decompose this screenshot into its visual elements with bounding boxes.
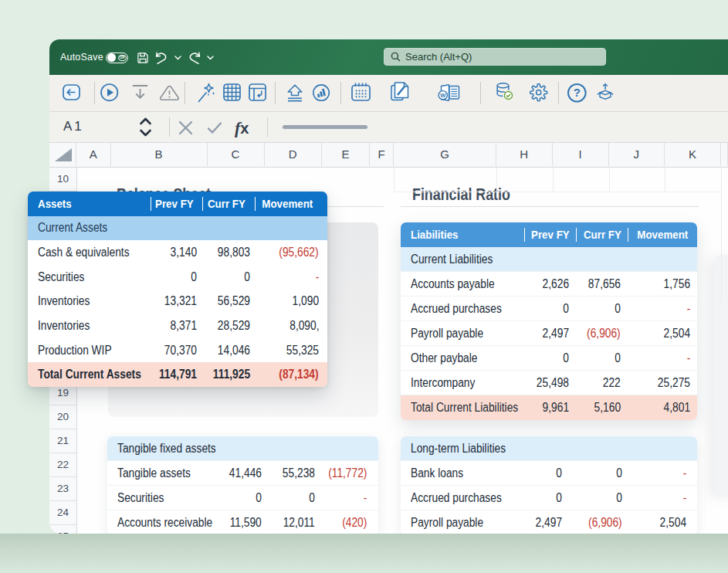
svg-text:?: ?: [573, 86, 580, 99]
svg-text:W: W: [440, 92, 446, 99]
